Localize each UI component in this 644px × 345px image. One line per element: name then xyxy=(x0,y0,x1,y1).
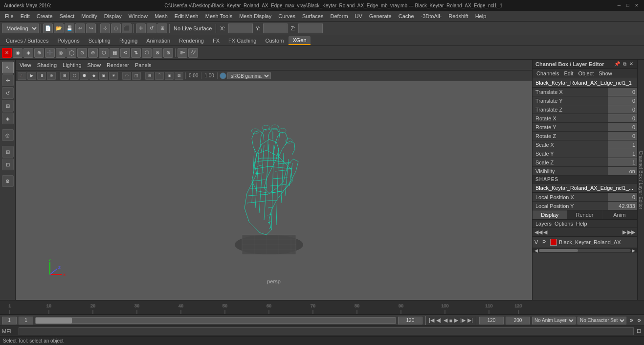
tab-anim[interactable]: Anim xyxy=(602,210,637,219)
tab-custom[interactable]: Custom xyxy=(262,37,288,45)
layer-item[interactable]: V P Black_Keytar_Roland_AX xyxy=(533,237,637,248)
max-frame-input[interactable] xyxy=(506,317,530,324)
menu-display[interactable]: Display xyxy=(101,12,125,20)
channel-ty-value[interactable]: 0 xyxy=(608,96,637,105)
channel-float-button[interactable]: ⧉ xyxy=(622,61,627,67)
tab-curves-surfaces[interactable]: Curves / Surfaces xyxy=(2,37,52,45)
tab-fx[interactable]: FX xyxy=(209,37,223,45)
menu-uv[interactable]: UV xyxy=(352,12,365,20)
show-ch-menu[interactable]: Show xyxy=(597,70,614,77)
channel-ry-value[interactable]: 0 xyxy=(608,123,637,131)
channel-pin-button[interactable]: 📌 xyxy=(613,61,621,67)
range-start-input[interactable] xyxy=(19,317,33,324)
menu-mesh[interactable]: Mesh xyxy=(152,12,171,20)
channel-rx-value[interactable]: 0 xyxy=(608,114,637,122)
xgen-icon-1[interactable]: ✕ xyxy=(2,48,12,58)
menu-surfaces[interactable]: Surfaces xyxy=(299,12,326,20)
goto-end-button[interactable]: ▶| xyxy=(467,317,473,323)
menu-select[interactable]: Select xyxy=(57,12,78,20)
xgen-icon-10[interactable]: ⬡ xyxy=(99,48,109,58)
channel-sx-value[interactable]: 1 xyxy=(608,140,637,149)
menu-edit[interactable]: Edit xyxy=(18,12,33,20)
channel-vis-value[interactable]: on xyxy=(608,167,637,175)
vp-render-btn[interactable]: ⊙ xyxy=(47,72,56,80)
scrollbar-right-arrow[interactable]: ▶ xyxy=(631,248,636,253)
show-menu[interactable]: Show xyxy=(86,61,103,69)
channel-tx-value[interactable]: 0 xyxy=(608,88,637,96)
layer-scrollbar[interactable]: ◀ ▶ xyxy=(533,248,637,253)
vp-play-btn[interactable]: ▶ xyxy=(27,72,36,80)
xgen-icon-12[interactable]: ⟲ xyxy=(120,48,130,58)
menu-cache[interactable]: Cache xyxy=(396,12,417,20)
scrollbar-track[interactable] xyxy=(539,249,631,252)
stop-button[interactable]: ■ xyxy=(449,318,453,323)
menu-mesh-tools[interactable]: Mesh Tools xyxy=(202,12,235,20)
step-back-button[interactable]: ◀| xyxy=(436,317,442,323)
layer-nav-right2[interactable]: ▶▶ xyxy=(627,229,635,235)
snap-grid-side[interactable]: ⊞ xyxy=(2,146,14,158)
scrollbar-thumb[interactable] xyxy=(539,249,578,252)
menu-create[interactable]: Create xyxy=(34,12,56,20)
layer-nav-right[interactable]: ▶ xyxy=(622,229,626,235)
restore-button[interactable]: □ xyxy=(624,2,631,9)
scale-tool-side[interactable]: ⊞ xyxy=(2,100,14,112)
save-file-button[interactable]: 💾 xyxy=(65,23,74,33)
channel-rotate-z[interactable]: Rotate Z 0 xyxy=(533,132,637,140)
layers-menu[interactable]: Layers xyxy=(534,221,553,227)
tab-animation[interactable]: Animation xyxy=(142,37,174,45)
channels-menu[interactable]: Channels xyxy=(534,70,561,77)
attribute-editor-tab[interactable]: Channel Box / Layer Editor xyxy=(637,60,644,300)
goto-start-button[interactable]: |◀ xyxy=(429,317,434,323)
channel-lpy-value[interactable]: 42.933 xyxy=(608,202,637,210)
panels-menu[interactable]: Panels xyxy=(133,61,154,69)
channel-translate-y[interactable]: Translate Y 0 xyxy=(533,96,637,105)
scrollbar-left-arrow[interactable]: ◀ xyxy=(533,248,539,253)
y-input[interactable] xyxy=(263,23,288,33)
channel-sy-value[interactable]: 1 xyxy=(608,149,637,158)
channel-rotate-y[interactable]: Rotate Y 0 xyxy=(533,123,637,132)
tab-render[interactable]: Render xyxy=(567,210,602,219)
options-menu[interactable]: Options xyxy=(554,221,574,227)
frame-end-input[interactable] xyxy=(479,317,504,324)
menu-modify[interactable]: Modify xyxy=(78,12,100,20)
anim-layer-select[interactable]: No Anim Layer xyxy=(532,317,576,324)
vp-light-btn[interactable]: ☀ xyxy=(109,72,118,80)
vp-texture-btn[interactable]: ▣ xyxy=(99,72,108,80)
channel-tz-value[interactable]: 0 xyxy=(608,105,637,114)
help-menu[interactable]: Help xyxy=(575,221,588,227)
rotate-tool-side[interactable]: ↺ xyxy=(2,87,14,99)
rotate-tool-button[interactable]: ↺ xyxy=(147,23,156,33)
xgen-icon-7[interactable]: ◯ xyxy=(67,48,76,58)
xgen-icon-4[interactable]: ⊕ xyxy=(34,48,44,58)
view-menu[interactable]: View xyxy=(18,61,33,69)
select-tool-side[interactable]: ↖ xyxy=(2,62,14,73)
viewport-3d[interactable]: 🎥 ▶ ⏸ ⊙ ⊞ ⬡ ⬢ ◆ ▣ ☀ ◌ ◫ ⊟ ⌒ ◉ ⊠ 0.0 xyxy=(16,70,532,300)
xgen-icon-2[interactable]: ◉ xyxy=(13,48,22,58)
vp-xray-btn[interactable]: ◌ xyxy=(122,72,131,80)
tab-rigging[interactable]: Rigging xyxy=(115,37,141,45)
channel-lpx-value[interactable]: 0 xyxy=(608,193,637,201)
channel-rotate-x[interactable]: Rotate X 0 xyxy=(533,114,637,123)
vp-snap-view-btn[interactable]: ⊠ xyxy=(175,72,183,80)
vp-snap-grid-btn[interactable]: ⊟ xyxy=(145,72,154,80)
channel-scale-x[interactable]: Scale X 1 xyxy=(533,140,637,149)
menu-curves[interactable]: Curves xyxy=(275,12,298,20)
menu-help[interactable]: Help xyxy=(472,12,489,20)
channel-visibility[interactable]: Visibility on xyxy=(533,167,637,176)
channel-translate-z[interactable]: Translate Z 0 xyxy=(533,105,637,114)
channel-translate-x[interactable]: Translate X 0 xyxy=(533,88,637,96)
channel-rz-value[interactable]: 0 xyxy=(608,132,637,140)
vp-snap-point-btn[interactable]: ◉ xyxy=(165,72,174,80)
minimize-button[interactable]: ─ xyxy=(616,2,622,9)
channel-sz-value[interactable]: 1 xyxy=(608,158,637,166)
tab-rendering[interactable]: Rendering xyxy=(175,37,208,45)
menu-file[interactable]: File xyxy=(2,12,17,20)
current-frame-input[interactable] xyxy=(2,317,17,324)
vp-wireframe-btn[interactable]: ⬡ xyxy=(70,72,79,80)
menu-mesh-display[interactable]: Mesh Display xyxy=(236,12,274,20)
tab-sculpting[interactable]: Sculpting xyxy=(85,37,114,45)
timeline[interactable]: 1 10 20 30 40 50 60 xyxy=(0,300,644,315)
xgen-icon-11[interactable]: ▦ xyxy=(110,48,119,58)
mode-select[interactable]: Modeling xyxy=(2,23,39,33)
vp-color-btn[interactable] xyxy=(220,72,226,79)
